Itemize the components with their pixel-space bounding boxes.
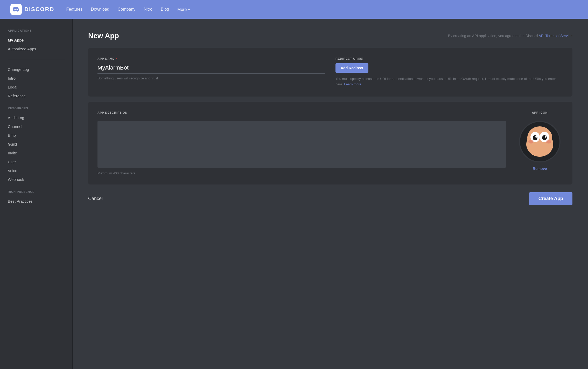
- svg-point-5: [533, 135, 537, 140]
- redirect-uri-col: REDIRECT URI(S) Add Redirect You must sp…: [335, 57, 563, 87]
- sidebar-item-channel[interactable]: Channel: [8, 122, 65, 131]
- nav-more[interactable]: More ▾: [177, 7, 190, 12]
- discord-wordmark: DISCORD: [24, 6, 54, 13]
- description-hint: Maximum 400 characters: [97, 171, 506, 175]
- page-header: New App By creating an API application, …: [88, 32, 572, 40]
- sidebar-item-audit-log[interactable]: Audit Log: [8, 113, 65, 122]
- app-icon-image: [522, 124, 558, 160]
- sidebar-docs-section: Change Log Intro Legal Reference: [8, 65, 65, 100]
- sidebar-item-voice[interactable]: Voice: [8, 166, 65, 175]
- nav-company[interactable]: Company: [118, 7, 135, 12]
- app-description-col: APP DESCRIPTION Maximum 400 characters: [97, 111, 506, 175]
- app-name-card: APP NAME * Something users will recogniz…: [88, 48, 572, 97]
- sidebar-item-reference[interactable]: Reference: [8, 92, 65, 100]
- sidebar-item-authorized-apps[interactable]: Authorized Apps: [8, 45, 65, 53]
- api-terms-link[interactable]: API Terms of Service: [539, 34, 572, 38]
- applications-section-title: APPLICATIONS: [8, 29, 65, 32]
- form-actions: Cancel Create App: [88, 190, 572, 205]
- svg-point-6: [542, 135, 547, 140]
- sidebar-item-guild[interactable]: Guild: [8, 140, 65, 149]
- sidebar-item-intro[interactable]: Intro: [8, 74, 65, 83]
- sidebar: APPLICATIONS My Apps Authorized Apps Cha…: [0, 19, 73, 369]
- svg-point-10: [546, 140, 551, 144]
- sidebar-resources-section: RESOURCES Audit Log Channel Emoji Guild …: [8, 107, 65, 184]
- app-name-label: APP NAME *: [97, 57, 325, 60]
- sidebar-applications-section: APPLICATIONS My Apps Authorized Apps: [8, 29, 65, 53]
- sidebar-item-my-apps[interactable]: My Apps: [8, 36, 65, 45]
- redirect-uri-label: REDIRECT URI(S): [335, 57, 563, 60]
- nav-features[interactable]: Features: [66, 7, 82, 12]
- discord-logo[interactable]: DISCORD: [10, 4, 54, 15]
- svg-point-7: [535, 136, 537, 138]
- sidebar-item-change-log[interactable]: Change Log: [8, 65, 65, 74]
- resources-section-title: RESOURCES: [8, 107, 65, 110]
- svg-point-8: [545, 136, 546, 138]
- redirect-hint-text: You must specify at least one URI for au…: [335, 76, 563, 87]
- main-content: New App By creating an API application, …: [73, 19, 588, 369]
- sidebar-item-user[interactable]: User: [8, 158, 65, 166]
- nav-nitro[interactable]: Nitro: [144, 7, 152, 12]
- remove-icon-link[interactable]: Remove: [533, 167, 547, 171]
- nav-download[interactable]: Download: [91, 7, 109, 12]
- app-description-label: APP DESCRIPTION: [97, 111, 506, 114]
- nav-links: Features Download Company Nitro Blog Mor…: [66, 7, 190, 12]
- app-name-redirect-row: APP NAME * Something users will recogniz…: [97, 57, 563, 87]
- nav-blog[interactable]: Blog: [161, 7, 169, 12]
- sidebar-item-webhook[interactable]: Webhook: [8, 175, 65, 184]
- app-description-input[interactable]: [97, 121, 506, 168]
- create-app-button[interactable]: Create App: [529, 192, 572, 205]
- description-icon-card: APP DESCRIPTION Maximum 400 characters A…: [88, 102, 572, 184]
- desc-icon-row: APP DESCRIPTION Maximum 400 characters A…: [97, 111, 563, 175]
- sidebar-item-invite[interactable]: Invite: [8, 149, 65, 158]
- page-header-notice: By creating an API application, you agre…: [448, 34, 572, 38]
- svg-point-9: [528, 140, 534, 144]
- app-icon-container[interactable]: [519, 121, 561, 162]
- page-title: New App: [88, 32, 119, 40]
- required-marker: *: [116, 57, 117, 60]
- sidebar-rich-presence-section: RICH PRESENCE Best Practices: [8, 190, 65, 206]
- app-icon-col: APP ICON: [516, 111, 563, 175]
- add-redirect-button[interactable]: Add Redirect: [335, 63, 368, 73]
- sidebar-item-best-practices[interactable]: Best Practices: [8, 197, 65, 206]
- app-name-input[interactable]: [97, 63, 325, 74]
- app-icon-label: APP ICON: [532, 111, 548, 114]
- sidebar-item-emoji[interactable]: Emoji: [8, 131, 65, 140]
- rich-presence-section-title: RICH PRESENCE: [8, 190, 65, 193]
- app-name-hint: Something users will recognize and trust: [97, 76, 325, 80]
- top-nav: DISCORD Features Download Company Nitro …: [0, 0, 588, 19]
- sidebar-item-legal[interactable]: Legal: [8, 83, 65, 92]
- app-name-col: APP NAME * Something users will recogniz…: [97, 57, 325, 87]
- app-layout: APPLICATIONS My Apps Authorized Apps Cha…: [0, 19, 588, 369]
- sidebar-divider-1: [8, 60, 65, 60]
- learn-more-link[interactable]: Learn more: [344, 82, 361, 86]
- cancel-button[interactable]: Cancel: [88, 196, 103, 201]
- discord-logo-icon: [10, 4, 22, 15]
